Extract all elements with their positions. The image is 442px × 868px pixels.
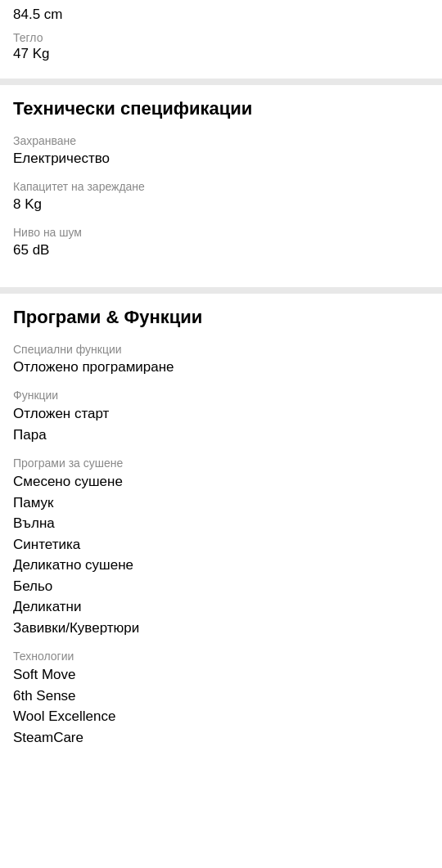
programs-title: Програми & Функции bbox=[13, 307, 429, 328]
programs-section: Програми & Функции Специални функции Отл… bbox=[0, 294, 442, 776]
capacity-value: 8 Kg bbox=[13, 195, 429, 214]
technical-section: Технически спецификации Захранване Елект… bbox=[0, 85, 442, 287]
divider-1 bbox=[0, 79, 442, 85]
noise-value: 65 dB bbox=[13, 241, 429, 260]
technical-title: Технически спецификации bbox=[13, 98, 429, 119]
noise-label: Ниво на шум bbox=[13, 226, 429, 239]
functions-label: Функции bbox=[13, 389, 429, 402]
power-value: Електричество bbox=[13, 149, 429, 169]
noise-group: Ниво на шум 65 dB bbox=[13, 226, 429, 260]
power-label: Захранване bbox=[13, 134, 429, 147]
weight-value: 47 Kg bbox=[13, 46, 429, 62]
capacity-group: Капацитет на зареждане 8 Kg bbox=[13, 180, 429, 214]
drying-programs-label: Програми за сушене bbox=[13, 456, 429, 470]
drying-programs-group: Програми за сушене Смесено сушене Памук … bbox=[13, 456, 429, 638]
special-functions-value: Отложено програмиране bbox=[13, 358, 429, 377]
divider-2 bbox=[0, 287, 442, 294]
special-functions-label: Специални функции bbox=[13, 343, 429, 356]
power-group: Захранване Електричество bbox=[13, 134, 429, 169]
drying-programs-value: Смесено сушене Памук Вълна Синтетика Дел… bbox=[13, 471, 429, 638]
functions-value: Отложен старт Пара bbox=[13, 403, 429, 445]
special-functions-group: Специални функции Отложено програмиране bbox=[13, 343, 429, 377]
technologies-label: Технологии bbox=[13, 650, 429, 663]
technologies-group: Технологии Soft Move 6th Sense Wool Exce… bbox=[13, 650, 429, 748]
top-section: 84.5 cm Тегло 47 Kg bbox=[0, 0, 442, 79]
dimension-value: 84.5 cm bbox=[13, 0, 429, 23]
weight-label: Тегло bbox=[13, 31, 429, 44]
functions-group: Функции Отложен старт Пара bbox=[13, 389, 429, 445]
technologies-value: Soft Move 6th Sense Wool Excellence Stea… bbox=[13, 664, 429, 748]
capacity-label: Капацитет на зареждане bbox=[13, 180, 429, 193]
